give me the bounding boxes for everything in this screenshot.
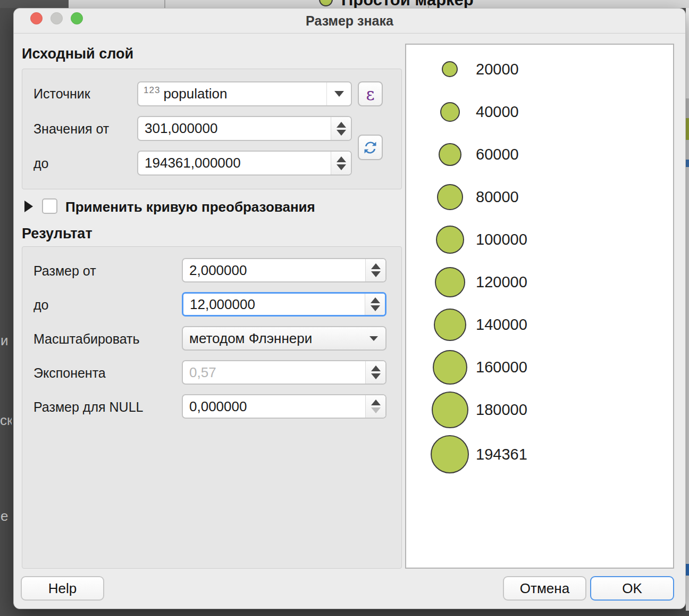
preview-value-label: 80000 bbox=[476, 188, 519, 206]
preview-circle-icon bbox=[431, 435, 469, 473]
exponent-label: Экспонента bbox=[33, 365, 106, 381]
spin-buttons[interactable] bbox=[331, 117, 351, 140]
source-field-value: population bbox=[163, 86, 326, 102]
scale-method-value: методом Флэннери bbox=[189, 330, 362, 347]
size-from-spinbox[interactable]: 2,000000 bbox=[182, 258, 386, 282]
background-stripe bbox=[686, 167, 689, 564]
symbol-size-dialog: Размер знака Исходный слой Источник 123 … bbox=[13, 8, 686, 609]
titlebar: Размер знака bbox=[14, 9, 685, 34]
null-size-value: 0,000000 bbox=[183, 398, 365, 415]
background-stripe bbox=[686, 564, 689, 576]
combo-arrow-zone[interactable] bbox=[326, 82, 351, 105]
preview-circle-icon bbox=[434, 309, 466, 341]
null-size-label: Размер для NULL bbox=[33, 399, 143, 415]
spin-buttons bbox=[365, 361, 385, 384]
spin-up-icon bbox=[371, 297, 380, 303]
background-tab-bar: Простой маркер bbox=[0, 0, 689, 8]
preview-value-label: 160000 bbox=[476, 359, 527, 376]
background-stripe bbox=[686, 140, 689, 160]
transform-curve-checkbox[interactable] bbox=[42, 198, 57, 214]
background-left-panel: и ск е bbox=[0, 8, 12, 616]
preview-circle-icon bbox=[435, 267, 465, 297]
spin-down-icon bbox=[371, 407, 381, 413]
preview-value-label: 40000 bbox=[476, 103, 519, 121]
background-text-fragment: и bbox=[1, 332, 9, 349]
dialog-title: Размер знака bbox=[14, 13, 685, 29]
spin-up-icon bbox=[337, 156, 346, 162]
preview-circle-icon bbox=[432, 392, 468, 428]
background-stripe bbox=[686, 160, 689, 167]
values-from-label: Значения от bbox=[33, 121, 109, 137]
expander-triangle-icon[interactable] bbox=[24, 201, 33, 212]
spin-down-icon bbox=[337, 164, 346, 170]
background-stripe bbox=[686, 98, 689, 118]
simple-marker-icon bbox=[319, 0, 333, 6]
values-to-label: до bbox=[33, 156, 49, 171]
help-button[interactable]: Help bbox=[21, 576, 104, 601]
spin-buttons[interactable] bbox=[331, 152, 351, 174]
size-to-label: до bbox=[33, 297, 49, 313]
background-text-fragment: ск bbox=[0, 412, 12, 429]
size-from-label: Размер от bbox=[33, 263, 96, 279]
preview-value-label: 20000 bbox=[476, 61, 519, 78]
size-to-spinbox[interactable]: 12,000000 bbox=[182, 292, 386, 317]
spin-up-icon bbox=[371, 365, 381, 371]
scale-method-combobox[interactable]: методом Флэннери bbox=[182, 326, 386, 351]
spin-buttons[interactable] bbox=[365, 395, 385, 418]
preview-circle-icon bbox=[437, 184, 463, 210]
spin-down-icon bbox=[371, 271, 381, 277]
spin-up-icon bbox=[337, 122, 346, 128]
values-to-spinbox[interactable]: 194361,000000 bbox=[137, 151, 352, 176]
background-tab-title: Простой маркер bbox=[341, 0, 474, 8]
preview-value-label: 180000 bbox=[476, 401, 527, 419]
background-dark-panel bbox=[0, 0, 69, 8]
exponent-value: 0,57 bbox=[183, 364, 365, 381]
background-stripe bbox=[686, 8, 689, 98]
scale-method-label: Масштабировать bbox=[33, 331, 140, 347]
exponent-spinbox: 0,57 bbox=[182, 360, 386, 385]
values-from-value: 301,000000 bbox=[138, 120, 331, 137]
source-layer-header: Исходный слой bbox=[22, 46, 133, 62]
refresh-icon bbox=[362, 139, 379, 156]
result-header: Результат bbox=[22, 226, 93, 242]
null-size-spinbox[interactable]: 0,000000 bbox=[182, 394, 386, 419]
preview-circle-icon bbox=[440, 102, 460, 122]
expression-builder-button[interactable]: ε bbox=[358, 81, 383, 106]
preview-value-label: 120000 bbox=[476, 273, 527, 291]
preview-value-label: 194361 bbox=[476, 446, 527, 463]
combo-arrow-zone bbox=[362, 327, 385, 349]
background-right-sliver bbox=[686, 0, 689, 616]
size-from-value: 2,000000 bbox=[183, 262, 365, 279]
background-stripe bbox=[686, 576, 689, 611]
source-field-combobox[interactable]: 123 population bbox=[137, 81, 352, 106]
spin-up-icon bbox=[371, 263, 381, 269]
source-field-label: Источник bbox=[33, 86, 90, 102]
refresh-values-button[interactable] bbox=[358, 135, 383, 160]
epsilon-icon: ε bbox=[366, 85, 374, 104]
size-to-value: 12,000000 bbox=[183, 296, 365, 313]
values-from-spinbox[interactable]: 301,000000 bbox=[137, 116, 352, 141]
spin-down-icon bbox=[337, 130, 346, 136]
numeric-field-icon: 123 bbox=[138, 85, 163, 96]
background-text-fragment: е bbox=[1, 508, 8, 525]
values-to-value: 194361,000000 bbox=[138, 155, 331, 171]
preview-list: 2000040000600008000010000012000014000016… bbox=[405, 44, 674, 569]
chevron-down-icon bbox=[334, 91, 344, 97]
transform-curve-label: Применить кривую преобразования bbox=[65, 199, 315, 215]
spin-buttons[interactable] bbox=[365, 294, 385, 315]
preview-circle-icon bbox=[433, 350, 467, 385]
preview-value-label: 60000 bbox=[476, 146, 519, 163]
preview-circle-icon bbox=[442, 61, 458, 77]
preview-circle-icon bbox=[439, 143, 461, 166]
tab-divider bbox=[164, 0, 165, 8]
preview-circle-icon bbox=[436, 226, 464, 254]
chevron-down-icon bbox=[369, 336, 378, 341]
background-stripe bbox=[686, 118, 689, 140]
spin-up-icon bbox=[371, 399, 381, 405]
spin-down-icon bbox=[371, 373, 381, 379]
cancel-button[interactable]: Отмена bbox=[503, 576, 586, 601]
spin-down-icon bbox=[371, 305, 380, 311]
spin-buttons[interactable] bbox=[365, 259, 385, 281]
preview-value-label: 140000 bbox=[476, 316, 527, 334]
ok-button[interactable]: OK bbox=[590, 576, 674, 601]
